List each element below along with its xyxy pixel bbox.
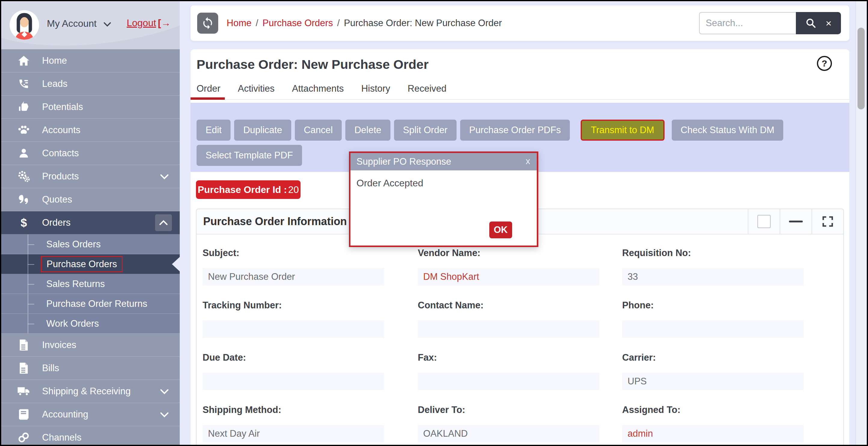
sidebar-item-orders[interactable]: $ Orders bbox=[1, 211, 180, 234]
breadcrumb-purchase-orders[interactable]: Purchase Orders bbox=[262, 18, 333, 29]
sidebar-item-work-orders[interactable]: Work Orders bbox=[1, 314, 180, 333]
field-deliver-to: Deliver To: OAKLAND bbox=[418, 405, 599, 415]
logout-link[interactable]: Logout[→ bbox=[127, 18, 171, 29]
field-due-date: Due Date: bbox=[203, 352, 384, 363]
logout-label: Logout bbox=[127, 18, 156, 28]
sidebar-item-accounts[interactable]: Accounts bbox=[1, 119, 180, 142]
book-icon bbox=[17, 409, 31, 420]
my-account-label: My Account bbox=[47, 18, 96, 29]
transmit-to-dm-button[interactable]: Transmit to DM bbox=[581, 120, 664, 141]
breadcrumb-separator: / bbox=[337, 18, 340, 29]
sidebar-item-potentials[interactable]: Potentials bbox=[1, 96, 180, 119]
topbar: Home / Purchase Orders / Purchase Order:… bbox=[191, 5, 849, 41]
sidebar-item-products[interactable]: Products bbox=[1, 165, 180, 188]
home-icon bbox=[17, 55, 31, 66]
field-value-link[interactable]: admin bbox=[622, 425, 804, 442]
sidebar-item-purchase-orders[interactable]: Purchase Orders bbox=[1, 254, 180, 274]
delete-button[interactable]: Delete bbox=[345, 120, 391, 141]
field-label: Deliver To: bbox=[418, 405, 599, 415]
field-value bbox=[203, 320, 384, 338]
clear-search-icon[interactable]: × bbox=[826, 18, 832, 28]
panel-select-cell bbox=[748, 209, 780, 234]
panel-expand-button[interactable] bbox=[811, 209, 843, 234]
ok-button[interactable]: OK bbox=[489, 222, 512, 238]
search-input[interactable] bbox=[699, 12, 796, 34]
phone-icon bbox=[17, 78, 31, 90]
avatar[interactable] bbox=[10, 10, 39, 40]
tab-received[interactable]: Received bbox=[408, 83, 446, 94]
close-icon[interactable]: x bbox=[526, 156, 530, 166]
breadcrumb: Home / Purchase Orders / Purchase Order:… bbox=[227, 5, 502, 41]
edit-button[interactable]: Edit bbox=[196, 120, 230, 141]
sidebar-item-accounting[interactable]: Accounting bbox=[1, 403, 180, 426]
active-tab-indicator bbox=[191, 97, 225, 100]
sidebar-header: My Account Logout[→ bbox=[1, 1, 180, 49]
dollar-icon: $ bbox=[17, 216, 31, 229]
panel-checkbox[interactable] bbox=[757, 215, 771, 228]
scrollbar-thumb[interactable] bbox=[858, 28, 865, 109]
po-id-value: 20 bbox=[288, 184, 299, 195]
field-vendor-name: Vendor Name: DM ShopKart bbox=[418, 248, 599, 258]
tab-order[interactable]: Order bbox=[196, 83, 220, 94]
search-button[interactable]: × bbox=[796, 12, 841, 34]
help-icon[interactable]: ? bbox=[817, 56, 832, 71]
field-label: Fax: bbox=[418, 352, 599, 363]
sidebar-item-sales-returns[interactable]: Sales Returns bbox=[1, 274, 180, 294]
my-account-menu[interactable]: My Account bbox=[47, 18, 111, 29]
tab-activities[interactable]: Activities bbox=[238, 83, 274, 94]
duplicate-button[interactable]: Duplicate bbox=[234, 120, 291, 141]
field-label: Requisition No: bbox=[622, 248, 804, 258]
chevron-up-icon[interactable] bbox=[155, 214, 172, 231]
split-order-button[interactable]: Split Order bbox=[394, 120, 457, 141]
sidebar-item-label: Channels bbox=[42, 432, 82, 443]
cancel-button[interactable]: Cancel bbox=[295, 120, 342, 141]
paw-icon bbox=[17, 125, 31, 135]
sidebar-item-purchase-order-returns[interactable]: Purchase Order Returns bbox=[1, 294, 180, 314]
app-window: My Account Logout[→ Home Leads bbox=[0, 0, 868, 446]
field-value bbox=[418, 373, 599, 390]
field-label: Contact Name: bbox=[418, 300, 599, 311]
tab-attachments[interactable]: Attachments bbox=[292, 83, 344, 94]
sidebar-item-home[interactable]: Home bbox=[1, 49, 180, 72]
modal-header: Supplier PO Response x bbox=[350, 153, 537, 170]
field-label: Tracking Number: bbox=[203, 300, 384, 311]
sidebar-item-label: Home bbox=[42, 55, 67, 66]
refresh-button[interactable] bbox=[197, 12, 218, 34]
sidebar-item-label: Potentials bbox=[42, 102, 83, 113]
purchase-order-pdfs-button[interactable]: Purchase Order PDFs bbox=[460, 120, 570, 141]
panel-tools bbox=[748, 209, 843, 234]
field-value-link[interactable]: DM ShopKart bbox=[418, 268, 599, 286]
quotes-icon bbox=[17, 194, 31, 205]
field-phone: Phone: bbox=[622, 300, 804, 311]
field-value bbox=[418, 320, 599, 338]
breadcrumb-home[interactable]: Home bbox=[227, 18, 252, 29]
actions-row-1: Edit Duplicate Cancel Delete Split Order… bbox=[196, 120, 787, 141]
field-fax: Fax: bbox=[418, 352, 599, 363]
sidebar-item-contacts[interactable]: Contacts bbox=[1, 142, 180, 165]
field-carrier: Carrier: UPS bbox=[622, 352, 804, 363]
fullscreen-icon bbox=[822, 216, 834, 227]
sidebar-item-invoices[interactable]: Invoices bbox=[1, 333, 180, 357]
field-assigned-to: Assigned To: admin bbox=[622, 405, 804, 415]
tab-history[interactable]: History bbox=[361, 83, 390, 94]
scrollbar-track[interactable] bbox=[856, 1, 866, 445]
sidebar-item-shipping-receiving[interactable]: Shipping & Receiving bbox=[1, 380, 180, 403]
sidebar-item-channels[interactable]: Channels bbox=[1, 426, 180, 445]
select-template-pdf-button[interactable]: Select Template PDF bbox=[196, 145, 302, 166]
field-label: Phone: bbox=[622, 300, 804, 311]
panel-collapse-button[interactable] bbox=[780, 209, 811, 234]
active-item-notch bbox=[172, 257, 180, 272]
actions-row-2: Select Template PDF bbox=[196, 145, 306, 166]
sidebar-item-bills[interactable]: Bills bbox=[1, 357, 180, 380]
sidebar-item-label: Purchase Orders bbox=[41, 256, 123, 272]
po-id-label: Purchase Order Id : bbox=[198, 184, 287, 195]
sidebar-item-quotes[interactable]: Quotes bbox=[1, 188, 180, 211]
sidebar-item-sales-orders[interactable]: Sales Orders bbox=[1, 234, 180, 254]
field-label: Vendor Name: bbox=[418, 248, 599, 258]
purchase-order-id-badge: Purchase Order Id : 20 bbox=[196, 180, 301, 199]
breadcrumb-separator: / bbox=[256, 18, 258, 29]
chain-link-icon bbox=[17, 432, 31, 443]
sidebar-item-leads[interactable]: Leads bbox=[1, 72, 180, 96]
check-status-with-dm-button[interactable]: Check Status With DM bbox=[672, 120, 783, 141]
page-title: Purchase Order: New Purchase Order bbox=[196, 57, 429, 72]
